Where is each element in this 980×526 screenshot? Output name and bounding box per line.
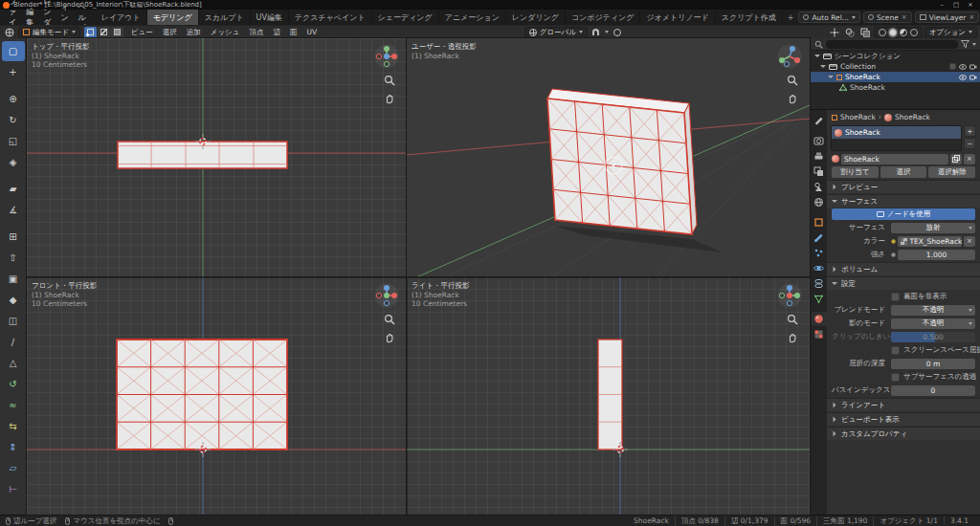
- tool-shear[interactable]: ▱: [2, 458, 25, 478]
- search-icon[interactable]: [814, 40, 823, 49]
- show-overlays-button[interactable]: [843, 27, 857, 38]
- use-nodes-button[interactable]: ノードを使用: [832, 208, 975, 220]
- chevron-down-icon[interactable]: [972, 43, 976, 46]
- pan-hand-icon[interactable]: [787, 93, 798, 104]
- panel-volume[interactable]: ボリューム: [827, 262, 980, 275]
- tool-rip-region[interactable]: ⊢: [2, 479, 25, 499]
- panel-surface[interactable]: サーフェス: [827, 194, 980, 208]
- snap-options-chevron-icon[interactable]: [605, 31, 609, 33]
- tab-world[interactable]: [812, 195, 827, 209]
- tool-edge-slide[interactable]: ⇆: [2, 416, 25, 436]
- nav-gizmo[interactable]: [374, 283, 399, 310]
- tool-spin[interactable]: ↺: [2, 374, 25, 394]
- auto-rel-dropdown[interactable]: Auto Rel...: [798, 11, 860, 23]
- panel-settings[interactable]: 設定: [827, 276, 980, 290]
- disclosure-triangle-icon[interactable]: [814, 55, 820, 57]
- snap-toggle-button[interactable]: [590, 27, 603, 38]
- material-slot-row[interactable]: ShoeRack: [832, 126, 961, 139]
- tool-smooth[interactable]: ≈: [2, 395, 25, 415]
- outliner-row-shoerack-mesh[interactable]: ShoeRack: [811, 82, 980, 93]
- menu-uv[interactable]: UV: [302, 28, 321, 36]
- collection-checkbox[interactable]: [949, 63, 956, 70]
- show-gizmo-button[interactable]: [828, 27, 841, 38]
- editor-type-button[interactable]: [3, 27, 16, 38]
- workspace-tab-modeling[interactable]: モデリング: [147, 10, 199, 25]
- deselect-button[interactable]: 選択解除: [928, 166, 975, 178]
- toggle-xray-button[interactable]: [858, 27, 872, 38]
- material-preview-button[interactable]: [900, 29, 907, 36]
- remove-slot-button[interactable]: −: [964, 138, 976, 149]
- tool-loop-cut[interactable]: ◫: [2, 311, 25, 331]
- backface-culling-checkbox[interactable]: [891, 293, 900, 301]
- pan-hand-icon[interactable]: [384, 332, 395, 343]
- pass-index-field[interactable]: 0: [891, 385, 975, 396]
- face-select-button[interactable]: [111, 27, 123, 38]
- unlink-scene-icon[interactable]: ×: [902, 13, 907, 21]
- material-name-field[interactable]: ShoeRack: [841, 154, 948, 164]
- nav-gizmo[interactable]: [777, 44, 802, 71]
- select-button[interactable]: 選択: [880, 166, 927, 178]
- camera-icon[interactable]: [969, 64, 977, 70]
- menu-select[interactable]: 選択: [159, 28, 181, 37]
- unlink-texture-button[interactable]: ×: [964, 236, 975, 247]
- material-slot-list[interactable]: ShoeRack: [831, 125, 962, 151]
- tool-select-box[interactable]: ▢: [2, 41, 25, 61]
- workspace-tab-shading[interactable]: シェーディング: [372, 10, 439, 25]
- zoom-icon[interactable]: [384, 314, 395, 325]
- outliner-search-input[interactable]: [826, 40, 958, 49]
- view-layer-selector[interactable]: ViewLayer ×: [915, 11, 980, 23]
- tab-object-data[interactable]: [812, 292, 827, 306]
- nav-gizmo[interactable]: [374, 44, 399, 71]
- tool-measure[interactable]: ∡: [2, 200, 25, 220]
- tab-scene[interactable]: [812, 180, 827, 194]
- camera-icon[interactable]: [969, 75, 977, 80]
- tool-add-cube[interactable]: ⊞: [2, 227, 25, 247]
- scene-selector[interactable]: Scene ×: [863, 11, 912, 23]
- tool-extrude-region[interactable]: ⇧: [2, 248, 25, 268]
- workspace-tab-geometry-nodes[interactable]: ジオメトリノード: [640, 10, 715, 25]
- transform-orientation-dropdown[interactable]: グローバル: [524, 27, 588, 38]
- panel-viewport-display[interactable]: ビューポート表示: [827, 412, 980, 426]
- tool-inset-faces[interactable]: ▣: [2, 269, 25, 289]
- tool-knife[interactable]: ∕: [2, 332, 25, 352]
- zoom-icon[interactable]: [384, 75, 395, 86]
- eye-icon[interactable]: [959, 75, 967, 80]
- workspace-tab-scripting[interactable]: スクリプト作成: [716, 10, 783, 25]
- solid-shading-button[interactable]: [889, 29, 897, 36]
- tab-constraints[interactable]: [812, 276, 827, 291]
- outliner-row-scene-collection[interactable]: シーンコレクション: [811, 51, 980, 61]
- menu-add[interactable]: 追加: [183, 28, 205, 37]
- tab-modifiers[interactable]: [812, 230, 827, 245]
- menu-face[interactable]: 面: [286, 28, 301, 37]
- eye-icon[interactable]: [959, 64, 967, 70]
- menu-vertex[interactable]: 頂点: [245, 28, 267, 37]
- tool-poly-build[interactable]: △: [2, 353, 25, 373]
- tab-tool[interactable]: [812, 114, 827, 128]
- panel-preview[interactable]: プレビュー: [827, 180, 980, 193]
- blend-mode-dropdown[interactable]: 不透明: [891, 305, 975, 316]
- filter-funnel-icon[interactable]: [961, 40, 969, 48]
- panel-custom-properties[interactable]: カスタムプロパティ: [827, 427, 980, 440]
- pan-hand-icon[interactable]: [384, 93, 395, 104]
- tool-move[interactable]: ⊕: [2, 89, 25, 109]
- pan-hand-icon[interactable]: [787, 332, 798, 343]
- tab-view-layer[interactable]: [812, 164, 827, 179]
- tab-output[interactable]: [812, 149, 827, 164]
- assign-button[interactable]: 割り当て: [832, 166, 879, 178]
- tab-particles[interactable]: [812, 246, 827, 260]
- menu-mesh[interactable]: メッシュ: [207, 28, 244, 37]
- options-dropdown[interactable]: オプション: [924, 27, 977, 38]
- disclosure-triangle-icon[interactable]: [828, 76, 834, 78]
- tab-texture[interactable]: [812, 327, 827, 341]
- viewport-top-ortho[interactable]: トップ・平行投影 (1) ShoeRack 10 Centimeters: [27, 38, 407, 277]
- menu-edge[interactable]: 辺: [269, 28, 284, 37]
- tool-shrink-fatten[interactable]: ⇕: [2, 437, 25, 457]
- tool-annotate[interactable]: ▰: [2, 179, 25, 199]
- workspace-tab-animation[interactable]: アニメーション: [439, 10, 506, 25]
- vertex-select-button[interactable]: [84, 27, 97, 38]
- outliner-row-shoerack-object[interactable]: ShoeRack: [811, 72, 980, 82]
- close-button[interactable]: ×: [964, 0, 977, 10]
- panel-line-art[interactable]: ラインアート: [827, 398, 980, 411]
- nav-gizmo[interactable]: [777, 283, 802, 310]
- add-workspace-button[interactable]: +: [783, 10, 799, 25]
